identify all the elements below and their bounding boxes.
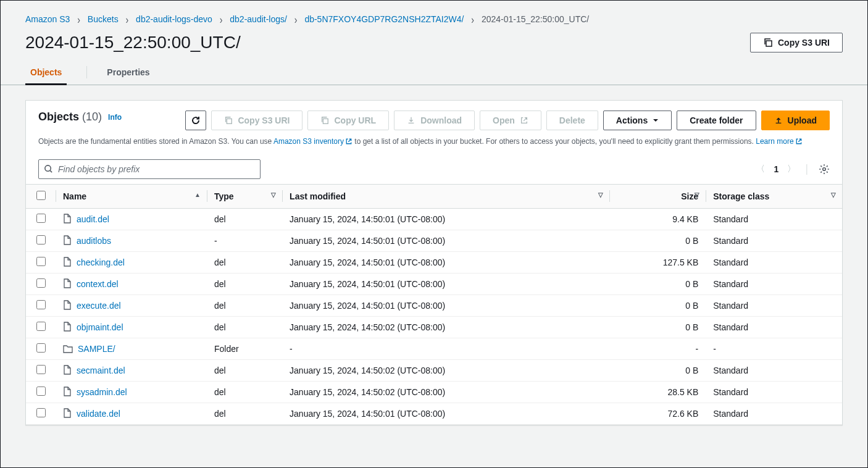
chevron-right-icon: ›: [471, 13, 474, 26]
cell-storage: Standard: [706, 381, 842, 403]
file-icon: [63, 257, 72, 267]
object-link[interactable]: auditlobs: [77, 236, 111, 246]
cell-type: del: [207, 295, 282, 316]
copy-s3-uri-button[interactable]: Copy S3 URI: [750, 33, 843, 52]
cell-size: 9.4 KB: [609, 208, 706, 230]
copy-icon: [763, 38, 773, 48]
row-checkbox[interactable]: [36, 365, 46, 374]
create-folder-button[interactable]: Create folder: [677, 111, 756, 130]
external-link-icon: [795, 138, 803, 145]
cell-modified: January 15, 2024, 14:50:01 (UTC-08:00): [282, 403, 609, 424]
open-button[interactable]: Open: [480, 111, 541, 130]
upload-icon: [774, 116, 783, 125]
file-icon: [63, 322, 72, 332]
info-link[interactable]: Info: [108, 113, 122, 122]
chevron-right-icon: ›: [220, 13, 223, 26]
breadcrumb-link[interactable]: db2-audit-logs-devo: [136, 14, 212, 24]
gear-icon[interactable]: [819, 164, 830, 175]
button-label: Create folder: [690, 115, 743, 125]
row-checkbox[interactable]: [36, 322, 46, 331]
col-storage[interactable]: Storage class▽: [706, 184, 842, 208]
cell-modified: January 15, 2024, 14:50:01 (UTC-08:00): [282, 251, 609, 273]
download-button[interactable]: Download: [394, 111, 475, 130]
button-label: Copy URL: [334, 115, 376, 125]
row-checkbox[interactable]: [36, 235, 46, 244]
cell-size: -: [609, 338, 706, 359]
breadcrumb-link[interactable]: db2-audit-logs/: [230, 14, 287, 24]
row-checkbox[interactable]: [36, 408, 46, 417]
cell-size: 28.5 KB: [609, 381, 706, 403]
upload-button[interactable]: Upload: [761, 111, 830, 130]
file-icon: [63, 235, 72, 245]
select-all-checkbox[interactable]: [36, 191, 46, 200]
desc-text: to get a list of all objects in your buc…: [353, 137, 756, 146]
object-link[interactable]: secmaint.del: [77, 366, 125, 375]
next-page-icon[interactable]: 〉: [787, 164, 796, 175]
copy-s3-uri-button[interactable]: Copy S3 URI: [211, 111, 303, 130]
cell-storage: Standard: [706, 316, 842, 338]
prev-page-icon[interactable]: 〈: [756, 164, 765, 175]
object-link[interactable]: audit.del: [77, 214, 109, 224]
chevron-right-icon: ›: [126, 13, 129, 26]
objects-panel: Objects (10) Info Copy S3 URI Copy URL D: [25, 100, 843, 425]
breadcrumb-link[interactable]: Buckets: [88, 14, 119, 24]
refresh-button[interactable]: [185, 111, 206, 130]
row-checkbox[interactable]: [36, 257, 46, 266]
col-name[interactable]: Name▲: [56, 184, 207, 208]
copy-url-button[interactable]: Copy URL: [307, 111, 389, 130]
inventory-link[interactable]: Amazon S3 inventory: [273, 137, 353, 146]
cell-size: 0 B: [609, 295, 706, 316]
cell-type: del: [207, 381, 282, 403]
file-icon: [63, 300, 72, 310]
object-link[interactable]: SAMPLE/: [78, 344, 115, 354]
row-checkbox[interactable]: [36, 214, 46, 223]
cell-modified: January 15, 2024, 14:50:01 (UTC-08:00): [282, 273, 609, 295]
tab-properties[interactable]: Properties: [107, 60, 149, 85]
cell-size: 0 B: [609, 273, 706, 295]
learn-more-link[interactable]: Learn more: [756, 137, 802, 146]
actions-dropdown[interactable]: Actions: [603, 111, 672, 130]
table-row: sysadmin.deldelJanuary 15, 2024, 14:50:0…: [26, 381, 842, 403]
object-link[interactable]: execute.del: [77, 301, 121, 311]
cell-storage: Standard: [706, 273, 842, 295]
row-checkbox[interactable]: [36, 387, 46, 396]
col-modified[interactable]: Last modified▽: [282, 184, 609, 208]
cell-size: 0 B: [609, 230, 706, 251]
row-checkbox[interactable]: [36, 278, 46, 288]
col-size[interactable]: Size▽: [609, 184, 706, 208]
external-link-icon: [345, 138, 353, 145]
object-link[interactable]: sysadmin.del: [77, 387, 127, 397]
folder-icon: [63, 345, 73, 353]
cell-type: del: [207, 208, 282, 230]
table-row: checking.deldelJanuary 15, 2024, 14:50:0…: [26, 251, 842, 273]
object-link[interactable]: checking.del: [77, 257, 125, 267]
chevron-right-icon: ›: [294, 13, 298, 26]
breadcrumb-link[interactable]: Amazon S3: [25, 14, 70, 24]
filter-icon: ▽: [598, 191, 603, 198]
cell-size: 0 B: [609, 316, 706, 338]
panel-heading: Objects (10): [38, 111, 102, 123]
object-link[interactable]: validate.del: [77, 409, 120, 419]
tab-objects[interactable]: Objects: [25, 60, 67, 85]
filter-icon: ▽: [695, 191, 699, 198]
search-input[interactable]: [58, 164, 255, 174]
cell-storage: -: [706, 338, 842, 359]
copy-icon: [224, 116, 233, 125]
table-row: objmaint.deldelJanuary 15, 2024, 14:50:0…: [26, 316, 842, 338]
row-checkbox[interactable]: [36, 343, 46, 353]
search-box[interactable]: [38, 159, 261, 179]
col-type[interactable]: Type▽: [207, 184, 282, 208]
copy-icon: [320, 116, 329, 125]
breadcrumb-link[interactable]: db-5N7FXOY4GDP7RG2NSH2ZTAI2W4/: [304, 14, 464, 24]
file-icon: [63, 387, 72, 396]
cell-storage: Standard: [706, 359, 842, 381]
panel-description: Objects are the fundamental entities sto…: [26, 134, 842, 154]
cell-type: del: [207, 273, 282, 295]
object-link[interactable]: context.del: [77, 279, 119, 289]
object-link[interactable]: objmaint.del: [77, 322, 123, 332]
row-checkbox[interactable]: [36, 300, 46, 309]
cell-modified: January 15, 2024, 14:50:01 (UTC-08:00): [282, 208, 609, 230]
filter-icon: ▽: [271, 191, 276, 198]
delete-button[interactable]: Delete: [546, 111, 598, 130]
table-row: auditlobs-January 15, 2024, 14:50:01 (UT…: [26, 230, 842, 251]
